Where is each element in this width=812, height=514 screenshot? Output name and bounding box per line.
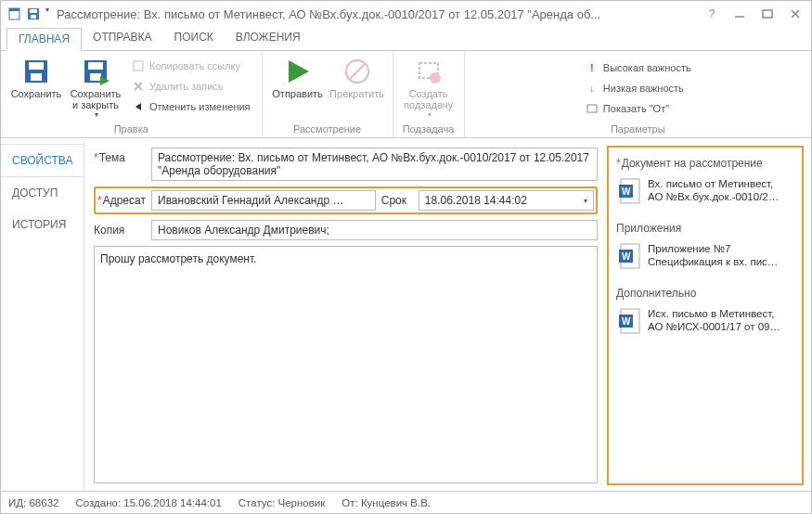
- copy-label: Копия: [94, 220, 146, 240]
- create-subtask-button[interactable]: Создать подзадачу ▾: [401, 55, 457, 121]
- close-button[interactable]: [785, 4, 806, 24]
- svg-text:W: W: [622, 316, 631, 327]
- word-doc-icon: W: [618, 307, 642, 335]
- tab-search[interactable]: ПОИСК: [163, 27, 225, 50]
- body-textarea[interactable]: Прошу рассмотреть документ.: [94, 246, 598, 483]
- low-importance-button[interactable]: ↓ Низкая важность: [581, 79, 695, 97]
- save-close-icon: [82, 58, 110, 85]
- svg-line-21: [350, 64, 365, 79]
- app-item-text: Приложение №7Спецификация к вх. пис…: [648, 242, 778, 270]
- stop-button[interactable]: Прекратить: [329, 55, 385, 101]
- status-created: Создано: 15.06.2018 14:44:01: [75, 497, 221, 508]
- svg-text:W: W: [622, 251, 631, 262]
- delete-record-label: Удалить запись: [149, 81, 224, 92]
- tab-attachments[interactable]: ВЛОЖЕНИЯ: [225, 27, 312, 50]
- copy-field[interactable]: Новиков Александр Дмитриевич;: [151, 220, 598, 240]
- show-from-label: Показать "От": [603, 103, 669, 114]
- undo-icon: [131, 99, 146, 114]
- doc-review-item[interactable]: W Вх. письмо от Метинвест,АО №Вх.бух.док…: [616, 173, 794, 209]
- subtask-group-label: Подзадача: [403, 122, 455, 135]
- svg-rect-4: [31, 15, 36, 19]
- params-group-label: Параметры: [611, 122, 665, 135]
- stop-button-label: Прекратить: [329, 88, 384, 99]
- extra-heading: Дополнительно: [616, 287, 794, 300]
- svg-marker-19: [289, 60, 309, 83]
- delete-record-button[interactable]: Удалить запись: [127, 77, 254, 96]
- edit-group-label: Правка: [114, 122, 148, 135]
- copy-link-icon: [131, 58, 146, 73]
- extra-item[interactable]: W Исх. письмо в Метинвест,АО №ИСХ-0001/1…: [616, 303, 794, 339]
- copy-link-button[interactable]: Копировать ссылку: [127, 57, 254, 75]
- save-icon: [26, 6, 41, 21]
- save-close-button-label: Сохранить и закрыть: [71, 88, 122, 110]
- qat-save-button[interactable]: [25, 6, 42, 22]
- show-from-icon: [585, 101, 599, 116]
- show-from-button[interactable]: Показать "От": [581, 99, 695, 118]
- stop-icon: [343, 58, 371, 85]
- maximize-icon: [762, 8, 773, 19]
- status-from: От: Кунцевич В.В.: [342, 497, 431, 508]
- delete-icon: [131, 79, 146, 94]
- create-subtask-label: Создать подзадачу: [404, 88, 453, 110]
- tab-main[interactable]: ГЛАВНАЯ: [6, 28, 82, 51]
- sidetab-history[interactable]: ИСТОРИЯ: [1, 209, 84, 240]
- svg-rect-13: [88, 62, 103, 70]
- status-id: ИД: 68632: [8, 497, 58, 508]
- high-importance-button[interactable]: ! Высокая важность: [581, 58, 695, 77]
- new-doc-icon: [7, 6, 22, 21]
- tab-send[interactable]: ОТПРАВКА: [82, 27, 163, 50]
- addressee-field[interactable]: Ивановский Геннадий Александр …: [151, 190, 376, 211]
- theme-field[interactable]: Рассмотрение: Вх. письмо от Метинвест, А…: [151, 148, 598, 181]
- sidetab-properties[interactable]: СВОЙСТВА: [1, 144, 84, 177]
- maximize-button[interactable]: [757, 4, 778, 24]
- svg-rect-11: [31, 73, 42, 81]
- attachments-panel: *Документ на рассмотрение W Вх. письмо о…: [607, 146, 804, 485]
- minimize-button[interactable]: [729, 4, 750, 24]
- high-importance-label: Высокая важность: [603, 62, 691, 73]
- word-doc-icon: W: [618, 177, 642, 205]
- review-group-label: Рассмотрение: [293, 122, 361, 135]
- svg-rect-14: [90, 73, 101, 81]
- cancel-changes-label: Отменить изменения: [149, 101, 251, 112]
- qat-new-button[interactable]: [6, 6, 23, 22]
- svg-text:W: W: [622, 186, 631, 197]
- send-button-label: Отправить: [272, 88, 323, 99]
- subtask-icon: [415, 58, 443, 85]
- doc-review-text: Вх. письмо от Метинвест,АО №Вх.бух.док.-…: [648, 177, 779, 205]
- apps-heading: Приложения: [616, 222, 794, 235]
- cancel-changes-button[interactable]: Отменить изменения: [127, 97, 254, 116]
- help-icon: ?: [709, 7, 715, 20]
- word-doc-icon: W: [618, 242, 642, 270]
- help-button[interactable]: ?: [702, 4, 722, 24]
- deadline-field[interactable]: 18.06.2018 14:44:02 ▾: [419, 190, 594, 211]
- close-icon: [790, 8, 801, 19]
- low-importance-label: Низкая важность: [603, 83, 684, 94]
- svg-point-23: [430, 72, 441, 84]
- window-title: Рассмотрение: Вх. письмо от Метинвест, А…: [49, 7, 702, 21]
- svg-rect-3: [30, 9, 37, 13]
- svg-rect-24: [587, 105, 597, 112]
- svg-rect-16: [134, 61, 143, 71]
- save-button[interactable]: Сохранить: [8, 55, 64, 101]
- send-button[interactable]: Отправить: [270, 55, 326, 101]
- sidetab-access[interactable]: ДОСТУП: [1, 177, 84, 209]
- dropdown-icon: ▾: [95, 110, 98, 119]
- play-icon: [283, 57, 313, 86]
- save-button-label: Сохранить: [11, 88, 62, 99]
- app-item[interactable]: W Приложение №7Спецификация к вх. пис…: [616, 238, 794, 274]
- arrow-down-icon: ↓: [585, 81, 599, 96]
- copy-link-label: Копировать ссылку: [149, 60, 240, 71]
- deadline-label: Срок: [381, 194, 413, 207]
- doc-review-heading: *Документ на рассмотрение: [616, 157, 794, 170]
- minimize-icon: [734, 8, 745, 19]
- svg-rect-6: [763, 10, 772, 18]
- theme-label: *Тема: [94, 148, 146, 181]
- save-icon: [22, 58, 50, 85]
- addressee-label: *Адресат: [97, 194, 146, 207]
- dropdown-icon: ▾: [428, 110, 432, 119]
- status-status: Статус: Черновик: [238, 497, 326, 508]
- extra-item-text: Исх. письмо в Метинвест,АО №ИСХ-0001/17 …: [648, 307, 780, 335]
- svg-rect-1: [9, 8, 19, 11]
- exclaim-icon: !: [585, 60, 599, 75]
- save-close-button[interactable]: Сохранить и закрыть ▾: [68, 55, 123, 121]
